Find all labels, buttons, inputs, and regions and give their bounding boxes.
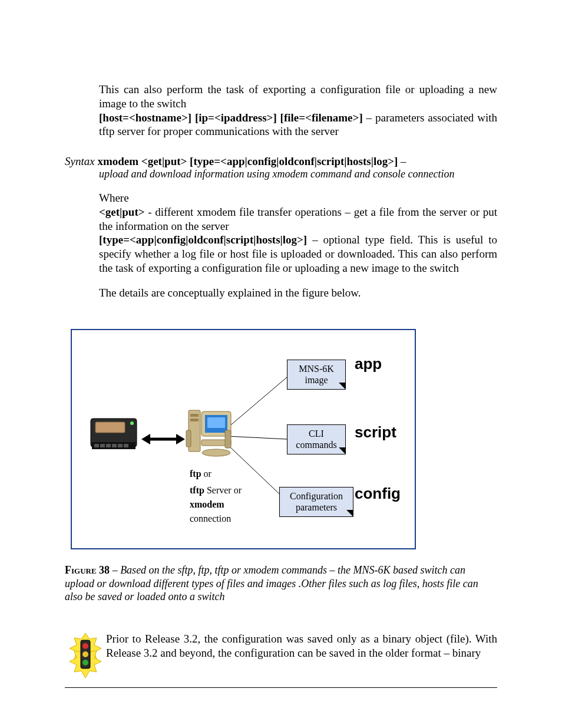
where-block: Where <get|put> - different xmodem file … xyxy=(99,191,497,275)
svg-point-23 xyxy=(202,449,230,456)
svg-rect-21 xyxy=(207,417,225,428)
footer-rule xyxy=(65,687,497,688)
note-mns6k-image: MNS-6K image xyxy=(287,360,346,390)
svg-rect-9 xyxy=(100,444,105,447)
svg-rect-18 xyxy=(190,419,199,421)
svg-rect-14 xyxy=(95,422,125,433)
connection-text: connection xyxy=(190,512,242,526)
figure-number: Figure 38 xyxy=(65,564,110,576)
svg-line-3 xyxy=(228,377,287,427)
syntax-dash: – xyxy=(398,155,406,167)
label-config: config xyxy=(355,485,401,503)
after-where: The details are conceptually explained i… xyxy=(99,286,497,300)
figure-38-diagram: MNS-6K image CLI commands Configuration … xyxy=(71,329,416,549)
svg-rect-25 xyxy=(186,430,191,447)
server-protocols-text: ftp or tftp Server or xmodem connection xyxy=(190,467,242,526)
note-cli-text: CLI commands xyxy=(296,429,336,449)
label-app: app xyxy=(355,355,382,373)
intro-p2: [host=<hostname>] [ip=<ipaddress>] [file… xyxy=(99,111,497,139)
where-line2: [type=<app|config|oldconf|script|hosts|l… xyxy=(99,233,497,275)
document-page: This can also perform the task of export… xyxy=(0,0,562,728)
svg-rect-24 xyxy=(225,430,231,448)
note-config-params: Configuration parameters xyxy=(279,487,353,517)
svg-rect-13 xyxy=(124,444,128,447)
syntax-line: Syntax xmodem <get|put> [type=<app|confi… xyxy=(65,155,497,168)
where-getput: <get|put> xyxy=(99,206,145,218)
computer-server-icon xyxy=(184,407,237,463)
figure-caption: Figure 38 – Based on the sftp, ftp, tftp… xyxy=(65,564,497,604)
where-getput-desc: - different xmodem file transfer operati… xyxy=(99,206,497,232)
ftp-or: or xyxy=(201,469,211,479)
tftp-server-or: Server or xyxy=(204,485,242,495)
tftp-bold: tftp xyxy=(190,485,204,495)
svg-point-30 xyxy=(82,651,88,657)
svg-rect-12 xyxy=(118,444,123,447)
intro-p1: This can also perform the task of export… xyxy=(99,83,497,111)
svg-rect-10 xyxy=(106,444,111,447)
svg-rect-8 xyxy=(94,444,99,447)
intro-paragraphs: This can also perform the task of export… xyxy=(99,83,497,139)
ftp-bold: ftp xyxy=(190,469,201,479)
figure-caption-text: – Based on the sftp, ftp, tftp or xmodem… xyxy=(65,564,478,602)
svg-point-29 xyxy=(82,643,88,649)
label-script: script xyxy=(355,423,396,442)
xmodem-bold: xmodem xyxy=(190,499,224,509)
switch-device-icon xyxy=(84,413,143,460)
footer-note-row: Prior to Release 3.2, the configuration … xyxy=(65,632,497,681)
where-line1: <get|put> - different xmodem file transf… xyxy=(99,205,497,233)
where-type: [type=<app|config|oldconf|script|hosts|l… xyxy=(99,233,307,246)
syntax-cmd: xmodem <get|put> [type=<app|config|oldco… xyxy=(95,155,398,167)
note-cli-commands: CLI commands xyxy=(287,424,346,454)
syntax-description: upload and download information using xm… xyxy=(99,168,497,180)
syntax-label: Syntax xyxy=(65,155,95,167)
traffic-light-icon xyxy=(65,632,106,681)
where-title: Where xyxy=(99,191,497,205)
svg-rect-17 xyxy=(190,414,199,417)
svg-point-31 xyxy=(82,660,88,666)
svg-marker-1 xyxy=(141,434,150,444)
note-mns6k-text: MNS-6K image xyxy=(299,364,334,384)
svg-line-4 xyxy=(228,436,287,439)
note-config-text: Configuration parameters xyxy=(290,491,343,512)
svg-rect-11 xyxy=(112,444,117,447)
params-bold: [host=<hostname>] [ip=<ipaddress>] [file… xyxy=(99,111,363,124)
svg-point-15 xyxy=(130,421,134,425)
footer-text: Prior to Release 3.2, the configuration … xyxy=(106,632,497,660)
